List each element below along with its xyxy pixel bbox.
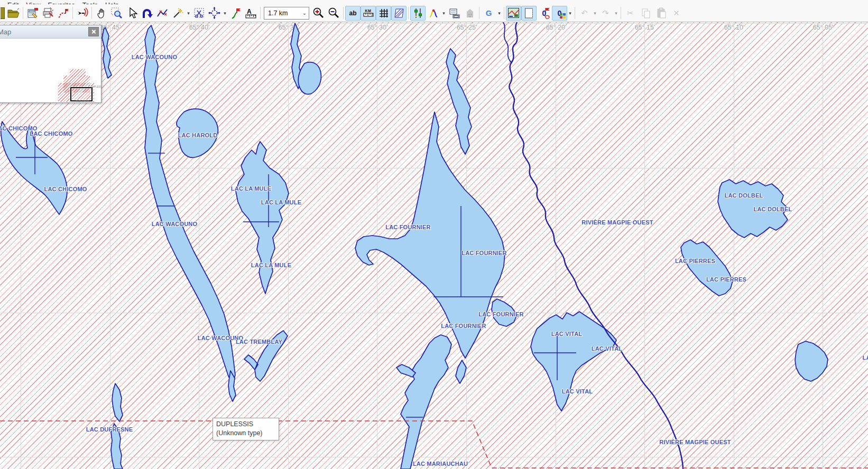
labels-toggle-button[interactable]: ab — [345, 6, 361, 21]
boundary-duplessis[interactable] — [0, 421, 868, 468]
clipped-icon[interactable] — [1, 7, 5, 19]
cut-icon: ✂ — [627, 9, 634, 17]
lake-harold[interactable] — [177, 109, 218, 157]
overview-region-hatch — [70, 69, 86, 77]
overview-region-label: DUPLESSIS — [76, 100, 89, 102]
lake-la-mule[interactable] — [236, 142, 289, 294]
lake-dufresne-south[interactable] — [111, 424, 123, 469]
pan-move-tool[interactable] — [207, 6, 222, 21]
tooltip-subtitle: (Unknown type) — [216, 429, 275, 438]
map-tooltip: DUPLESSIS (Unknown type) — [213, 418, 279, 440]
display-settings-toggle-button[interactable] — [410, 6, 426, 21]
toolbar-separator — [504, 7, 504, 19]
pan-hand-tool[interactable] — [94, 6, 109, 21]
toolbar-separator — [91, 7, 92, 19]
toolbar: ▾ ▾ A 1.7 km ⌄ ab KM — [0, 4, 868, 22]
combobox-chevron-icon: ⌄ — [300, 10, 309, 16]
toolbar-separator — [575, 7, 575, 19]
zoom-in-button[interactable] — [311, 6, 326, 21]
map-scale-combobox[interactable]: 1.7 km ⌄ — [264, 7, 309, 20]
overlay-dropdown[interactable]: ▾ — [567, 11, 573, 16]
lake-unnamed-right-edge[interactable] — [795, 341, 828, 381]
uturn-arrow-tool[interactable] — [140, 6, 155, 21]
toolbar-separator — [23, 7, 23, 19]
map-scale-value: 1.7 km — [264, 10, 300, 17]
lake-dolbel[interactable] — [718, 180, 788, 238]
overview-panel-body[interactable]: DUPLESSIS DUPLESSIS — [0, 39, 101, 102]
waypoint-style-dropdown[interactable]: ▾ — [441, 11, 447, 16]
overview-panel-title: Map — [0, 28, 88, 36]
lake-fournier[interactable] — [355, 112, 505, 358]
undo-icon: ↶ — [581, 9, 588, 17]
lake-la-mule-blob[interactable] — [298, 62, 321, 95]
lake-mariauchau-arm[interactable] — [396, 364, 415, 377]
print-setup-button[interactable] — [40, 6, 56, 21]
toolbar-separator — [260, 7, 261, 19]
redo-dropdown[interactable]: ▾ — [613, 11, 619, 16]
magic-wand-tool[interactable] — [170, 6, 186, 21]
zoom-out-button[interactable] — [326, 6, 341, 21]
waypoint-flag-tool[interactable] — [228, 6, 243, 21]
select-arrow-tool[interactable] — [124, 6, 140, 21]
overview-region-label: DUPLESSIS — [90, 85, 101, 88]
zoom-select-tool[interactable] — [109, 6, 124, 21]
toolbar-separator — [479, 7, 479, 19]
labels-toggle-text: ab — [349, 10, 356, 17]
riviere-magpie-ouest[interactable] — [503, 22, 683, 469]
paste-button[interactable] — [653, 6, 669, 21]
toolbar-separator — [408, 7, 409, 19]
hatch-overlay-toggle-button[interactable] — [391, 6, 407, 21]
toolbar-separator — [621, 7, 621, 19]
tooltip-title: DUPLESSIS — [216, 420, 275, 429]
redo-button[interactable]: ↷ — [598, 6, 613, 21]
toolbar-separator — [72, 7, 73, 19]
toolbar-separator — [343, 7, 344, 19]
cut-button[interactable]: ✂ — [623, 6, 638, 21]
google-maps-button[interactable]: G — [481, 6, 496, 21]
copy-button[interactable] — [638, 6, 653, 21]
delete-button[interactable]: ✕ — [669, 6, 684, 21]
map-properties-button[interactable] — [25, 6, 40, 21]
scalebar-icon: KM — [363, 9, 374, 17]
lake-fournier-tail[interactable] — [456, 360, 466, 383]
lake-dufresne-north[interactable] — [112, 383, 123, 421]
grid-toggle-button[interactable] — [376, 6, 391, 21]
redo-icon: ↷ — [602, 9, 609, 17]
track-line-tool[interactable] — [155, 6, 170, 21]
ruler-text-tool[interactable]: A — [243, 6, 258, 21]
svg-text:A: A — [247, 8, 252, 15]
overlay-waypoints-button[interactable]: 0 — [537, 6, 552, 21]
send-to-gps-button[interactable] — [75, 6, 90, 21]
overlay-tracks-button[interactable]: 0 — [552, 6, 567, 21]
print-form-button[interactable] — [447, 6, 462, 21]
close-icon[interactable] — [88, 27, 99, 36]
overview-view-rectangle[interactable] — [70, 87, 93, 101]
lake-wacouno[interactable] — [143, 25, 235, 384]
overview-panel-titlebar: Map — [0, 25, 101, 39]
menu-bar: EditViewFavoritesToolsHelp — [0, 0, 868, 4]
undo-dropdown[interactable]: ▾ — [592, 11, 598, 16]
magic-wand-dropdown[interactable]: ▾ — [186, 11, 191, 16]
crop-tool[interactable] — [191, 6, 207, 21]
lake-fournier-se-lobe[interactable] — [492, 299, 517, 326]
lake-unnamed-topleft[interactable] — [102, 27, 112, 78]
map-features-layer — [0, 22, 868, 469]
undo-button[interactable]: ↶ — [577, 6, 592, 21]
lake-mariauchau[interactable] — [401, 335, 451, 469]
delete-icon: ✕ — [673, 9, 680, 17]
route-flag-button[interactable] — [56, 6, 71, 21]
google-maps-dropdown[interactable]: ▾ — [496, 11, 502, 16]
google-g-icon: G — [486, 8, 492, 17]
overview-map-panel: Map DUPLESSIS DUPLESSIS — [0, 25, 101, 103]
pan-move-dropdown[interactable]: ▾ — [222, 11, 228, 16]
lake-pierres[interactable] — [681, 240, 733, 296]
map-view-toggle-button[interactable] — [506, 6, 521, 21]
open-folder-button[interactable] — [6, 6, 21, 21]
scalebar-toggle-button[interactable]: KM — [361, 6, 376, 21]
waypoint-style-button[interactable] — [426, 6, 441, 21]
lake-fournier-arm[interactable] — [446, 49, 472, 154]
building-button[interactable] — [462, 6, 477, 21]
lake-chicomo[interactable] — [1, 121, 67, 214]
lake-tremblay[interactable] — [244, 331, 288, 381]
blank-page-toggle-button[interactable] — [521, 6, 537, 21]
